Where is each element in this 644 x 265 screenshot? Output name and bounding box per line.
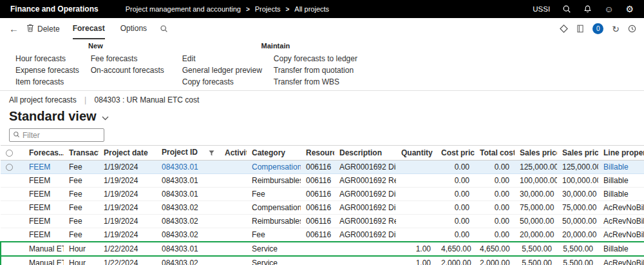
cell-total_cost[interactable]: 0.00 <box>475 161 515 174</box>
cell-quantity[interactable] <box>396 188 436 201</box>
cell-activity[interactable] <box>220 174 247 188</box>
column-header-forecast_model[interactable]: Forecas... ↑ <box>24 146 64 161</box>
cell-description[interactable]: AGR0001692 Dire... <box>334 161 396 174</box>
cell-activity[interactable] <box>220 242 247 256</box>
cell-description[interactable]: AGR0001692 Dire... <box>334 228 396 242</box>
cell-total_cost[interactable]: 0.00 <box>475 188 515 201</box>
cell-transaction[interactable]: Fee <box>64 228 99 242</box>
cell-sales_price[interactable]: 5,500.00 <box>515 242 557 256</box>
notifications-bell-icon[interactable] <box>583 5 592 14</box>
cell-description[interactable]: AGR0001692 Rei... <box>334 174 396 188</box>
cell-activity[interactable] <box>220 256 247 265</box>
cell-resource[interactable]: 006116 <box>301 201 334 215</box>
app-icon[interactable] <box>560 25 568 33</box>
cell-project_date[interactable]: 1/19/2024 <box>99 188 156 201</box>
cell-cost_price[interactable]: 0.00 <box>436 174 475 188</box>
cell-transaction[interactable]: Fee <box>64 215 99 228</box>
grid-row[interactable]: FEEMFee1/19/2024084303.01Compensation006… <box>1 161 644 174</box>
column-header-sales_price_2[interactable]: Sales price... <box>557 146 598 161</box>
breadcrumb-item-all-projects[interactable]: All projects <box>294 5 329 13</box>
grid-filter-box[interactable] <box>9 128 104 142</box>
cell-forecast_model[interactable]: FEEM <box>24 161 64 174</box>
row-select-cell[interactable] <box>1 215 24 228</box>
cell-description[interactable]: AGR0001692 Rei... <box>334 215 396 228</box>
ribbon-item-expense-forecasts[interactable]: Expense forecasts <box>15 66 79 75</box>
action-search-icon[interactable] <box>160 25 168 33</box>
cell-quantity[interactable]: 1.00 <box>396 256 436 265</box>
cell-project_id[interactable]: 084303.02 <box>156 201 220 215</box>
settings-gear-icon[interactable]: ⚙ <box>625 5 634 14</box>
cell-sales_price_2[interactable]: 30,000.00 <box>557 188 598 201</box>
app-name[interactable]: Finance and Operations <box>0 5 109 14</box>
cell-line_property[interactable]: Billable <box>598 242 644 256</box>
cell-project_id[interactable]: 084303.01 <box>156 174 220 188</box>
cell-sales_price[interactable]: 50,000.00 <box>515 215 557 228</box>
column-header-sales_price[interactable]: Sales price <box>515 146 557 161</box>
cell-transaction[interactable]: Fee <box>64 188 99 201</box>
grid-row[interactable]: Manual ETCHour1/22/2024084303.02Service1… <box>1 256 644 265</box>
cell-total_cost[interactable]: 2,000.00 <box>475 256 515 265</box>
ribbon-item-fee-forecasts[interactable]: Fee forecasts <box>91 54 164 63</box>
cell-description[interactable] <box>334 242 396 256</box>
column-header-line_property[interactable]: Line propert... <box>598 146 644 161</box>
cell-cost_price[interactable]: 0.00 <box>436 228 475 242</box>
ribbon-item-copy-forecasts-to-ledger[interactable]: Copy forecasts to ledger <box>274 54 357 63</box>
cell-project_id[interactable]: 084303.02 <box>156 256 220 265</box>
cell-project_date[interactable]: 1/19/2024 <box>99 215 156 228</box>
cell-resource[interactable]: 006116 <box>301 161 334 174</box>
cell-forecast_model[interactable]: FEEM <box>24 228 64 242</box>
cell-sales_price[interactable]: 75,000.00 <box>515 201 557 215</box>
cell-cost_price[interactable]: 0.00 <box>436 188 475 201</box>
cell-category[interactable]: Fee <box>247 228 301 242</box>
cell-activity[interactable] <box>220 228 247 242</box>
search-icon[interactable] <box>562 5 571 14</box>
cell-line_property[interactable]: AcRevNoBil <box>598 256 644 265</box>
column-header-total_cost[interactable]: Total cost ... <box>475 146 515 161</box>
cell-total_cost[interactable]: 0.00 <box>475 228 515 242</box>
cell-activity[interactable] <box>220 161 247 174</box>
cell-line_property[interactable]: AcRevNoBil <box>598 201 644 215</box>
cell-sales_price_2[interactable]: 125,000.00 <box>557 161 598 174</box>
cell-line_property[interactable]: AcRevNoBil <box>598 228 644 242</box>
grid-row[interactable]: FEEMFee1/19/2024084303.01Fee006116AGR000… <box>1 188 644 201</box>
cell-sales_price_2[interactable]: 5,500.00 <box>557 242 598 256</box>
tab-options[interactable]: Options <box>120 18 147 39</box>
cell-transaction[interactable]: Fee <box>64 201 99 215</box>
cell-project_date[interactable]: 1/22/2024 <box>99 242 156 256</box>
cell-quantity[interactable] <box>396 161 436 174</box>
cell-forecast_model[interactable]: Manual ETC <box>24 242 64 256</box>
cell-project_date[interactable]: 1/19/2024 <box>99 228 156 242</box>
cell-resource[interactable]: 006116 <box>301 188 334 201</box>
cell-quantity[interactable]: 1.00 <box>396 242 436 256</box>
cell-project_id[interactable]: 084303.02 <box>156 215 220 228</box>
cell-total_cost[interactable]: 4,650.00 <box>475 242 515 256</box>
cell-sales_price[interactable]: 5,500.00 <box>515 256 557 265</box>
column-header-project_id[interactable]: Project ID <box>156 146 220 161</box>
ribbon-item-item-forecasts[interactable]: Item forecasts <box>15 77 79 86</box>
breadcrumb-item-project-management-and-accounting[interactable]: Project management and accounting <box>126 5 241 13</box>
column-header-project_date[interactable]: Project date <box>99 146 156 161</box>
cell-category[interactable]: Compensation <box>247 201 301 215</box>
ribbon-item-general-ledger-preview[interactable]: General ledger preview <box>182 66 262 75</box>
column-header-description[interactable]: Description <box>334 146 396 161</box>
cell-project_id[interactable]: 084303.01 <box>156 242 220 256</box>
cell-sales_price[interactable]: 125,000.00 <box>515 161 557 174</box>
cell-sales_price_2[interactable]: 100,000.00 <box>557 174 598 188</box>
cell-resource[interactable] <box>301 242 334 256</box>
cell-quantity[interactable] <box>396 228 436 242</box>
cell-line_property[interactable]: Billable <box>598 188 644 201</box>
cell-category[interactable]: Reimbursables <box>247 215 301 228</box>
cell-total_cost[interactable]: 0.00 <box>475 201 515 215</box>
column-header-activity[interactable]: Activity ... <box>220 146 247 161</box>
cell-total_cost[interactable]: 0.00 <box>475 174 515 188</box>
cell-activity[interactable] <box>220 188 247 201</box>
cell-project_date[interactable]: 1/19/2024 <box>99 201 156 215</box>
cell-resource[interactable]: 006116 <box>301 228 334 242</box>
cell-description[interactable]: AGR0001692 Dire... <box>334 188 396 201</box>
cell-total_cost[interactable]: 0.00 <box>475 215 515 228</box>
list-breadcrumb-link[interactable]: All project forecasts <box>9 95 77 104</box>
ribbon-item-on-account-forecasts[interactable]: On-account forecasts <box>91 66 164 75</box>
grid-row[interactable]: FEEMFee1/19/2024084303.01Reimbursables00… <box>1 174 644 188</box>
cell-resource[interactable]: 006116 <box>301 174 334 188</box>
cell-quantity[interactable] <box>396 174 436 188</box>
